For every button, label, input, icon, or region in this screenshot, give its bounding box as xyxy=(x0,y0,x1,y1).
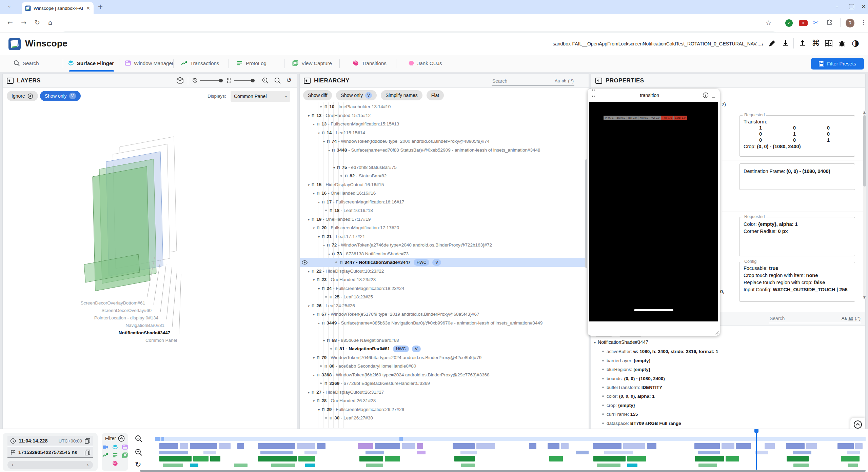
home-icon[interactable]: ⌂ xyxy=(48,19,52,26)
timeline-reset-zoom-icon[interactable]: ↻ xyxy=(135,460,141,469)
hierarchy-node-22[interactable]: ▾Π22 - HideDisplayCutout:18:23#22 xyxy=(300,267,587,276)
tab-window-manager[interactable]: Window Manager xyxy=(125,55,174,71)
trace-event-block[interactable] xyxy=(305,464,315,467)
browser-tab[interactable]: Winscope | sandbox-FAI ✕ xyxy=(22,2,94,14)
collapse-filter-icon[interactable] xyxy=(118,435,125,442)
trace-event-block[interactable] xyxy=(847,451,860,454)
zoom-in-icon[interactable] xyxy=(262,77,269,84)
hierarchy-node-3368[interactable]: ▾Π3368 - WindowToken{f6b2f60 type=2024 a… xyxy=(300,371,587,379)
trace-event-block[interactable] xyxy=(548,443,559,449)
hierarchy-node-26[interactable]: ▾Π26 - Leaf:24:25#26 xyxy=(300,301,587,310)
hierarchy-node-80[interactable]: Π80 - ace6abb SecondaryHomeHandle0#80 xyxy=(300,362,587,371)
trace-event-block[interactable] xyxy=(385,456,400,461)
zoom-out-icon[interactable] xyxy=(274,77,281,84)
close-tab-icon[interactable]: ✕ xyxy=(86,5,90,11)
trace-event-block[interactable] xyxy=(855,443,863,449)
collapse-arrow-icon[interactable]: ▾ xyxy=(318,408,320,412)
properties-tree[interactable]: ▾NotificationShade#3447 activeBuffer: w:… xyxy=(594,338,862,427)
theme-toggle-icon[interactable]: ◑ xyxy=(852,38,859,48)
trace-event-block[interactable] xyxy=(298,456,315,461)
back-icon[interactable]: ← xyxy=(7,19,13,26)
trace-event-block[interactable] xyxy=(453,443,475,449)
trace-event-block[interactable] xyxy=(722,443,734,449)
trace-event-block[interactable] xyxy=(180,443,188,449)
trace-event-block[interactable] xyxy=(647,443,656,449)
restore-window-icon[interactable] xyxy=(849,4,854,9)
3d-view-icon[interactable] xyxy=(176,77,184,84)
trace-event-block[interactable] xyxy=(755,451,768,454)
search-tools[interactable]: Aaab(.*) xyxy=(555,79,574,83)
collapse-arrow-icon[interactable]: ▾ xyxy=(323,243,325,247)
collapse-arrow-icon[interactable]: ▾ xyxy=(313,278,315,282)
screen-recording-filter-icon[interactable] xyxy=(102,444,108,450)
trace-event-block[interactable] xyxy=(736,443,751,449)
menu-kebab-icon[interactable]: ⋮ xyxy=(861,19,866,25)
ns-time-row[interactable]: 1715339054227572545 ns xyxy=(7,447,93,458)
properties-scrollbar[interactable]: ▲ ▼ xyxy=(863,111,866,299)
tab-transactions[interactable]: Transactions xyxy=(181,55,219,71)
hierarchy-node-12[interactable]: ▾Π12 - OneHanded:15:15#12 xyxy=(300,111,587,120)
trace-event-block[interactable] xyxy=(460,451,477,454)
hierarchy-node-82[interactable]: Π82 - StatusBar#82 xyxy=(300,172,587,180)
hierarchy-node-74[interactable]: ▾Π74 - WindowToken{fdddbe6 type=2000 and… xyxy=(300,137,587,146)
collapse-arrow-icon[interactable]: ▾ xyxy=(313,399,315,403)
trace-event-block[interactable] xyxy=(476,443,495,449)
view-capture-filter-icon[interactable] xyxy=(122,452,128,458)
trace-event-block[interactable] xyxy=(454,456,475,461)
bookmark-star-icon[interactable]: ☆ xyxy=(766,19,771,26)
hierarchy-node-29[interactable]: ▾Π29 - FullscreenMagnification:26:27#29 xyxy=(300,405,587,414)
transactions-filter-icon[interactable] xyxy=(102,452,108,458)
trace-event-block[interactable] xyxy=(576,451,589,454)
info-icon[interactable] xyxy=(703,92,709,98)
collapse-arrow-icon[interactable]: ▾ xyxy=(328,252,330,256)
hierarchy-node-3369[interactable]: Π3369 - 67726bf EdgeBackGestureHandler0#… xyxy=(300,379,587,388)
hierarchy-node-10[interactable]: Π10 - ImePlaceholder:13:14#10 xyxy=(300,102,587,111)
trace-event-block[interactable] xyxy=(597,464,620,467)
collapse-arrow-icon[interactable]: ▾ xyxy=(308,304,310,308)
collapse-arrow-icon[interactable]: ▾ xyxy=(313,192,315,195)
trace-event-block[interactable] xyxy=(793,451,811,454)
screenshot-overlay-window[interactable]: transition _ P: 0 / 1dX: 0.0dY: 0.0Xv: 0… xyxy=(588,89,720,336)
new-tab-icon[interactable]: + xyxy=(98,3,103,10)
trace-event-block[interactable] xyxy=(304,451,317,454)
timeline-overview-blip[interactable] xyxy=(399,437,403,441)
trace-event-block[interactable] xyxy=(237,443,244,449)
property-node[interactable]: bounds: (0, 0) - (1080, 2400) xyxy=(594,374,862,383)
edit-icon[interactable] xyxy=(768,40,776,47)
trace-event-block[interactable] xyxy=(375,443,400,449)
trace-event-block[interactable] xyxy=(698,464,717,467)
tab-transitions[interactable]: Transitions xyxy=(353,55,387,71)
trace-event-block[interactable] xyxy=(159,456,192,461)
hierarchy-node-14[interactable]: ▾Π14 - Leaf:15:15#14 xyxy=(300,129,587,137)
hierarchy-node-67[interactable]: ▾Π67 - WindowToken{e5176f9 type=2019 and… xyxy=(300,310,587,319)
overlay-title-bar[interactable]: transition _ xyxy=(588,89,720,102)
trace-event-block[interactable] xyxy=(258,443,295,449)
extensions-puzzle-icon[interactable] xyxy=(826,19,833,26)
collapse-arrow-icon[interactable]: ▾ xyxy=(308,183,310,187)
trace-event-block[interactable] xyxy=(366,464,383,467)
spacing-icon[interactable] xyxy=(226,77,232,83)
hierarchy-tree[interactable]: Π10 - ImePlaceholder:13:14#10▾Π12 - OneH… xyxy=(300,102,587,429)
hierarchy-node-72[interactable]: ▾Π72 - WindowToken{a2746de type=2040 and… xyxy=(300,241,587,250)
collapse-panel-icon[interactable] xyxy=(7,78,14,84)
tab-search[interactable]: Search xyxy=(14,55,39,71)
pan-left-icon[interactable]: ‹ xyxy=(12,462,14,468)
collapse-arrow-icon[interactable]: ▾ xyxy=(308,270,310,273)
transitions-filter-icon[interactable] xyxy=(112,460,118,466)
tab-surface-flinger[interactable]: Surface Flinger xyxy=(68,55,114,71)
timeline-cursor-handle[interactable] xyxy=(754,429,758,433)
hierarchy-show-only-chip[interactable]: Show onlyV xyxy=(336,90,377,100)
trace-event-block[interactable] xyxy=(203,451,216,454)
tab-view-capture[interactable]: View Capture xyxy=(292,55,332,71)
hierarchy-node-3448[interactable]: ▾Π3448 - Surface(name=ed70f88 StatusBar)… xyxy=(300,146,587,163)
displays-select[interactable]: Common Panel ▾ xyxy=(231,91,290,102)
reset-view-icon[interactable]: ↺ xyxy=(286,76,292,84)
property-node[interactable]: color: (0, 0, 0), alpha: 1 xyxy=(594,392,862,401)
hierarchy-node-81[interactable]: Π81 - NavigationBar0#81HWCV xyxy=(300,345,587,353)
trace-event-block[interactable] xyxy=(260,451,293,454)
minimize-overlay-icon[interactable]: _ xyxy=(712,92,715,98)
trace-event-block[interactable] xyxy=(159,451,188,454)
shortcuts-icon[interactable]: ⌘ xyxy=(812,38,820,48)
collapse-arrow-icon[interactable]: ▾ xyxy=(318,287,320,291)
hierarchy-node-3449[interactable]: ▾Π3449 - Surface(name=885b63e Navigation… xyxy=(300,319,587,336)
